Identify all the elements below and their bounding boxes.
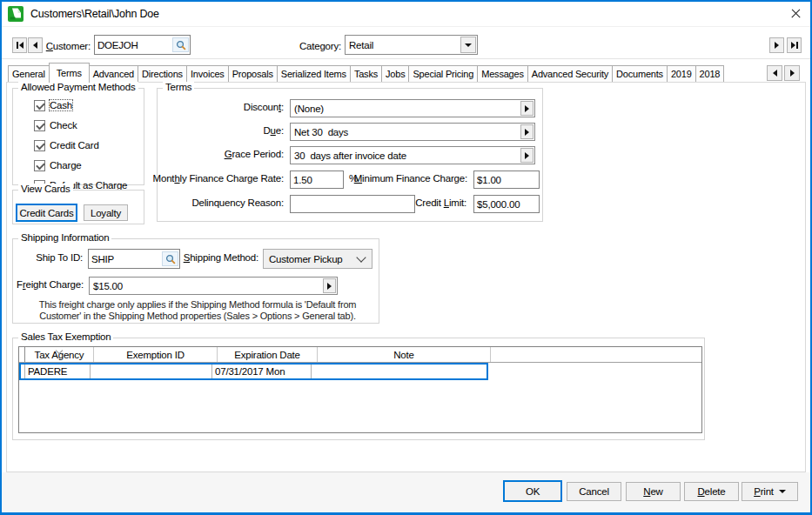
due-dropdown-button[interactable] [520, 124, 534, 139]
checkbox-charge[interactable]: Charge [34, 159, 127, 171]
tab-advanced-security[interactable]: Advanced Security [527, 65, 613, 82]
tab-directions[interactable]: Directions [138, 65, 187, 82]
column-header-exemption-id[interactable]: Exemption ID [94, 347, 218, 362]
freight-charge-note: This freight charge only applies if the … [25, 299, 370, 321]
minimum-finance-charge-label: Minimum Finance Charge: [354, 173, 467, 184]
minimum-finance-charge-input[interactable] [473, 171, 540, 189]
tab-serialized-items[interactable]: Serialized Items [277, 65, 351, 82]
cell-note [312, 365, 487, 378]
freight-charge-dropdown[interactable]: $15.00 [89, 277, 338, 295]
ok-button[interactable]: OK [503, 480, 562, 502]
shipping-method-label: Shipping Method: [184, 252, 258, 263]
last-record-icon [791, 42, 795, 49]
nav-next-button[interactable] [769, 37, 784, 53]
checkbox-checked-icon [34, 140, 45, 151]
discount-dropdown[interactable]: (None) [290, 99, 535, 117]
tab-advanced[interactable]: Advanced [89, 65, 138, 82]
checkbox-checked-icon [34, 120, 45, 131]
tab-general[interactable]: General [8, 65, 50, 82]
credit-cards-button[interactable]: Credit Cards [16, 204, 77, 222]
due-value: Net 30 days [291, 124, 520, 140]
checkbox-credit-card[interactable]: Credit Card [34, 139, 127, 151]
credit-limit-input[interactable] [473, 195, 540, 213]
tab-tasks[interactable]: Tasks [350, 65, 382, 82]
loyalty-button[interactable]: Loyalty [84, 204, 128, 221]
sales-tax-exemption-legend: Sales Tax Exemption [18, 331, 113, 342]
freight-charge-value: $15.00 [90, 278, 322, 294]
customer-dialog-window: Customers\Retail\John Doe Customer: Cate… [0, 0, 812, 515]
grace-period-dropdown-button[interactable] [520, 148, 534, 163]
tab-terms[interactable]: Terms [49, 63, 90, 83]
category-dropdown[interactable]: Retail [345, 35, 478, 55]
first-record-icon [19, 42, 23, 49]
delinquency-reason-input[interactable] [290, 195, 415, 213]
view-cards-group: View Cards Credit Cards Loyalty [12, 190, 144, 224]
table-header-row: Tax Agency Exemption ID Expiration Date … [19, 347, 701, 363]
grace-period-dropdown[interactable]: 30 days after invoice date [290, 146, 535, 164]
arrow-right-icon [525, 105, 529, 112]
shipping-information-group: Shipping Information Ship To ID: Shippin… [12, 238, 379, 324]
checkbox-cash[interactable]: Cash [34, 99, 127, 111]
category-label: Category: [299, 41, 341, 51]
cancel-button[interactable]: Cancel [567, 482, 621, 501]
column-header-tax-agency[interactable]: Tax Agency [25, 347, 94, 362]
category-dropdown-button[interactable] [460, 37, 476, 53]
terms-group: Terms Discount: (None) Due: Net 30 days … [157, 88, 543, 222]
checkbox-checked-icon [34, 160, 45, 171]
column-header-filler [491, 347, 701, 362]
previous-record-icon [33, 42, 37, 49]
arrow-right-icon [790, 70, 795, 77]
ship-to-id-label: Ship To ID: [36, 252, 83, 263]
tab-2019[interactable]: 2019 [667, 65, 696, 82]
cell-exemption-id [91, 365, 212, 378]
tab-jobs[interactable]: Jobs [381, 65, 409, 82]
column-header-note[interactable]: Note [318, 347, 491, 362]
arrow-right-icon [327, 283, 332, 290]
nav-last-button[interactable] [787, 37, 802, 53]
checkbox-check[interactable]: Check [34, 119, 127, 131]
delete-button[interactable]: Delete [684, 482, 739, 501]
shipping-method-dropdown[interactable]: Customer Pickup [263, 249, 372, 269]
column-header-expiration-date[interactable]: Expiration Date [218, 347, 318, 362]
ship-to-id-field[interactable] [88, 249, 180, 269]
freight-charge-label: Freight Charge: [17, 279, 84, 290]
nav-previous-button[interactable] [28, 37, 43, 53]
payment-method-list: Cash Check Credit Card Charge Default as… [34, 99, 127, 191]
terms-legend: Terms [163, 82, 194, 92]
cell-tax-agency: PADERE [25, 365, 91, 378]
tab-scroll-right-button[interactable] [784, 65, 800, 81]
toolbar-separator [2, 58, 810, 59]
tab-messages[interactable]: Messages [477, 65, 528, 82]
tab-scroll-left-button[interactable] [767, 65, 782, 81]
grace-period-value: 30 days after invoice date [291, 147, 520, 164]
chevron-down-icon [356, 252, 366, 262]
chevron-down-icon [779, 490, 786, 493]
freight-dropdown-button[interactable] [323, 278, 336, 293]
close-icon[interactable] [786, 5, 805, 23]
delinquency-reason-label: Delinquency Reason: [191, 197, 284, 208]
customer-lookup-button[interactable] [172, 37, 189, 52]
tab-special-pricing[interactable]: Special Pricing [408, 65, 478, 82]
tab-proposals[interactable]: Proposals [228, 65, 278, 82]
finance-charge-rate-input[interactable] [290, 171, 344, 189]
sales-tax-exemption-group: Sales Tax Exemption Tax Agency Exemption… [12, 338, 705, 440]
tab-strip: General Terms Advanced Directions Invoic… [8, 63, 724, 82]
cell-expiration-date: 07/31/2017 Mon [212, 365, 312, 378]
chevron-down-icon [465, 43, 472, 47]
print-button[interactable]: Print [742, 482, 798, 501]
discount-dropdown-button[interactable] [520, 101, 534, 116]
tab-2018[interactable]: 2018 [695, 65, 725, 82]
tab-invoices[interactable]: Invoices [186, 65, 229, 82]
tax-exemption-table: Tax Agency Exemption ID Expiration Date … [18, 346, 702, 433]
new-button[interactable]: New [626, 482, 681, 501]
grace-period-label: Grace Period: [225, 149, 284, 159]
ship-to-id-input[interactable] [89, 254, 162, 264]
nav-first-button[interactable] [12, 37, 27, 53]
customer-input[interactable] [95, 40, 172, 50]
customer-field[interactable] [94, 35, 191, 55]
tab-documents[interactable]: Documents [612, 65, 668, 82]
table-row-selected[interactable]: PADERE 07/31/2017 Mon [19, 363, 488, 380]
ship-to-lookup-button[interactable] [162, 251, 178, 266]
discount-label: Discount: [244, 102, 284, 112]
due-dropdown[interactable]: Net 30 days [290, 123, 535, 141]
